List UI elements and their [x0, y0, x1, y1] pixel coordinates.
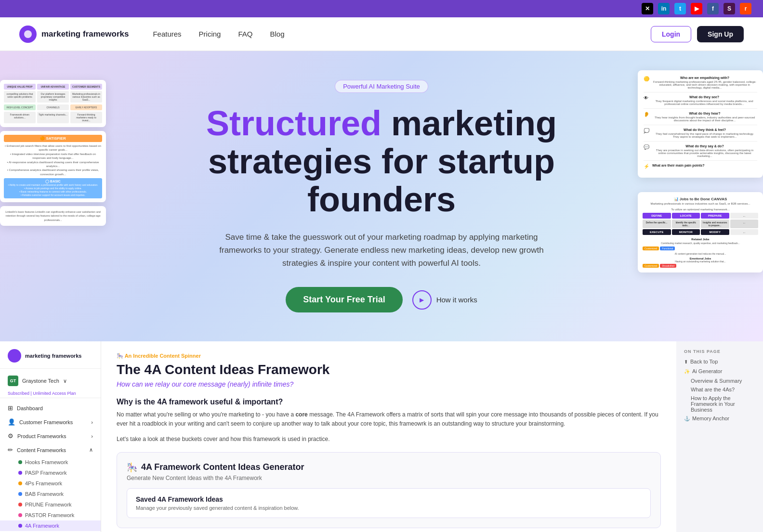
content-subtitle: How can we relay our core message (nearl…	[117, 380, 661, 388]
4ps-dot	[18, 481, 22, 485]
sidebar-pastor[interactable]: PASTOR Framework	[0, 510, 101, 520]
toc-overview[interactable]: Overview & Summary	[684, 378, 755, 384]
section1-body: No matter what you're selling or who you…	[117, 410, 661, 428]
sidebar-customer-frameworks[interactable]: 👤 Customer Frameworks ›	[0, 415, 101, 429]
bottom-left-card: LinkedIn's basic features LinkedIn can s…	[0, 206, 106, 226]
hooks-label: Hooks Framework	[25, 459, 68, 465]
play-icon: ▶	[412, 290, 432, 310]
how-it-works-label: How it works	[436, 296, 477, 304]
table-of-contents: ON THIS PAGE ⬆ Back to Top ✨ Ai Generato…	[676, 341, 763, 532]
nav-faq[interactable]: FAQ	[238, 30, 252, 38]
slack-icon[interactable]: S	[724, 3, 735, 14]
pastor-label: PASTOR Framework	[25, 512, 74, 518]
toc-back-to-top[interactable]: ⬆ Back to Top	[684, 359, 755, 364]
toc-how-to-apply[interactable]: How to Apply the Framework in Your Busin…	[684, 395, 755, 413]
toc-what-are-4as[interactable]: What are the 4As?	[684, 387, 755, 392]
social-bar: ✕ in t ▶ f S r	[0, 0, 763, 17]
toc-header: ON THIS PAGE	[684, 349, 755, 354]
org-selector[interactable]: GT Graystone Tech ∨	[0, 373, 101, 389]
sidebar-pasp[interactable]: PASP Framework	[0, 467, 101, 478]
product-chevron-icon: ›	[91, 433, 93, 439]
hero-section: UNIQUE VALUE PROP UNFAIR ADVANTAGE CUSTO…	[0, 51, 763, 341]
toc-memory-anchor[interactable]: ⚓ Memory Anchor	[684, 415, 755, 421]
twitter-icon[interactable]: t	[674, 3, 686, 14]
saved-ideas-box: Saved 4A Framework Ideas Manage your pre…	[127, 488, 651, 518]
content-title: The 4A Content Ideas Framework	[117, 362, 661, 377]
how-it-works-button[interactable]: ▶ How it works	[412, 290, 477, 310]
sidebar-customer-label: Customer Frameworks	[19, 419, 73, 425]
login-button[interactable]: Login	[651, 26, 691, 42]
framework-box-title: 🎠 4A Framework Content Ideas Generator	[127, 462, 651, 473]
floating-right-cards: 🟡 Who are we empathizing with? Forward-t…	[638, 70, 763, 272]
sidebar-prune[interactable]: PRUNE Framework	[0, 499, 101, 510]
sidebar-hooks[interactable]: Hooks Framework	[0, 457, 101, 467]
prune-label: PRUNE Framework	[25, 502, 72, 507]
anchor-icon: ⚓	[684, 416, 690, 421]
nav-logo[interactable]: marketing frameworks	[19, 26, 129, 43]
saved-sub: Manage your previously saved generated c…	[136, 505, 642, 511]
back-top-icon: ⬆	[684, 359, 688, 364]
org-chevron: ∨	[63, 378, 67, 384]
app-logo: marketing frameworks	[0, 349, 101, 369]
logo-icon	[19, 26, 37, 43]
content-frameworks-icon: ✏	[8, 446, 13, 454]
app-sidebar: marketing frameworks GT Graystone Tech ∨…	[0, 341, 101, 532]
floating-left-cards: UNIQUE VALUE PROP UNFAIR ADVANTAGE CUSTO…	[0, 80, 106, 230]
linkedin-icon[interactable]: in	[658, 3, 670, 14]
facebook-icon[interactable]: f	[707, 3, 719, 14]
reddit-icon[interactable]: r	[740, 3, 751, 14]
hero-subtitle: Save time & take the guesswork out of yo…	[218, 231, 545, 270]
nav-blog[interactable]: Blog	[270, 30, 284, 38]
sidebar-product-label: Product Frameworks	[17, 433, 66, 439]
sidebar-product-frameworks[interactable]: ⚙ Product Frameworks ›	[0, 429, 101, 443]
main-content: 🎠 An Incredible Content Spinner The 4A C…	[101, 341, 676, 532]
framework-generator-box: 🎠 4A Framework Content Ideas Generator G…	[117, 452, 661, 528]
4a-dot	[18, 524, 22, 528]
sidebar-content-label: Content Frameworks	[17, 447, 66, 453]
section1-note: Let's take a look at these buckets cover…	[117, 436, 661, 442]
hooks-dot	[18, 460, 22, 464]
sidebar-bab[interactable]: BAB Framework	[0, 489, 101, 499]
app-logo-icon	[8, 349, 21, 363]
app-logo-text: marketing frameworks	[25, 353, 81, 359]
youtube-icon[interactable]: ▶	[691, 3, 702, 14]
logo-text: marketing frameworks	[41, 29, 129, 39]
nav-actions: Login Sign Up	[651, 26, 744, 42]
saved-title: Saved 4A Framework Ideas	[136, 495, 642, 503]
org-avatar: GT	[8, 376, 18, 386]
bab-label: BAB Framework	[25, 491, 64, 497]
sidebar-4a[interactable]: 4A Framework	[0, 520, 101, 531]
svg-point-0	[24, 30, 32, 38]
sidebar-4ps[interactable]: 4Ps Framework	[0, 478, 101, 489]
section1-title: Why is the 4A framework useful & importa…	[117, 398, 661, 406]
lean-canvas-card: UNIQUE VALUE PROP UNFAIR ADVANTAGE CUSTO…	[0, 80, 106, 127]
toc-ai-generator[interactable]: ✨ Ai Generator	[684, 368, 755, 374]
subscription-badge: Subscribed | Unlimited Access Plan	[0, 389, 101, 398]
twitter-x-icon[interactable]: ✕	[642, 3, 653, 14]
bab-dot	[18, 492, 22, 496]
empathy-map-card: 🟡 Who are we empathizing with? Forward-t…	[638, 70, 763, 178]
dashboard-icon: ⊞	[8, 404, 13, 412]
start-trial-button[interactable]: Start Your Free Trial	[286, 287, 402, 312]
prune-dot	[18, 503, 22, 506]
customer-chevron-icon: ›	[91, 419, 93, 425]
signup-button[interactable]: Sign Up	[697, 26, 744, 42]
sidebar-content-frameworks[interactable]: ✏ Content Frameworks ∧	[0, 443, 101, 457]
navbar: marketing frameworks Features Pricing FA…	[0, 17, 763, 51]
4a-label: 4A Framework	[25, 523, 59, 529]
nav-pricing[interactable]: Pricing	[199, 30, 221, 38]
hero-title: Structured marketingstrategies for start…	[206, 104, 557, 219]
sidebar-dashboard[interactable]: ⊞ Dashboard	[0, 401, 101, 415]
hero-title-highlight: Structured	[206, 104, 382, 143]
satisfier-card: 🟠 SATISFIER • Enhanced job search filter…	[0, 131, 106, 202]
nav-features[interactable]: Features	[153, 30, 181, 38]
framework-box-sub: Generate New Content Ideas with the 4A F…	[127, 475, 651, 481]
pasp-label: PASP Framework	[25, 470, 66, 476]
ai-gen-icon: ✨	[684, 369, 690, 374]
4ps-label: 4Ps Framework	[25, 480, 62, 486]
content-chevron-icon: ∧	[89, 447, 93, 453]
customer-frameworks-icon: 👤	[8, 418, 15, 426]
jobs-to-be-done-card: 📊 Jobs to Be Done CANVAS Marketing profe…	[638, 192, 763, 272]
content-tag: 🎠 An Incredible Content Spinner	[117, 353, 661, 359]
content-section: marketing frameworks GT Graystone Tech ∨…	[0, 341, 763, 532]
